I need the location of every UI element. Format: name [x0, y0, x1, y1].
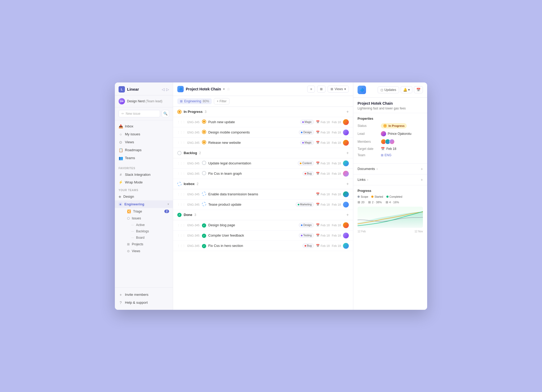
triage-badge: 2	[164, 210, 169, 213]
teams-label: YOUR TEAMS	[115, 186, 173, 193]
sidebar-item-slack-integration[interactable]: # Slack Integration	[115, 171, 173, 178]
sidebar-item-backlogs[interactable]: Backlogs	[128, 228, 173, 234]
notification-button[interactable]: 🔔 ▾	[401, 86, 412, 93]
sidebar-item-design[interactable]: ◈ Design	[115, 193, 173, 200]
invite-members-button[interactable]: + Invite members	[115, 291, 173, 299]
sidebar-item-views-eng[interactable]: ⊙ Views	[123, 248, 173, 255]
engineering-filter[interactable]: ⊞ Engineering 80%	[177, 98, 212, 104]
issue-tags: Testing	[299, 233, 314, 238]
issue-title: Update legal documentation	[208, 161, 298, 165]
status-icon	[202, 192, 206, 197]
nav-history-icons: ◁ ▷	[162, 87, 169, 91]
group-name: Icebox	[184, 182, 195, 186]
sidebar-item-projects[interactable]: ⊞ Projects	[123, 241, 173, 248]
avatar	[343, 191, 349, 197]
table-row[interactable]: ⋮⋮⋮ ENG-345 Design mobile components Des…	[173, 127, 353, 138]
table-row[interactable]: ⋮⋮⋮ ENG-345 ✓ Compile User feedback Test…	[173, 230, 353, 241]
sidebar-item-inbox[interactable]: 📥 Inbox	[115, 122, 173, 130]
grid-view-button[interactable]: ⊞	[317, 86, 326, 93]
chart-area-fill	[358, 211, 423, 228]
nav-forward-icon[interactable]: ▷	[166, 87, 169, 91]
issue-id: ENG-345	[187, 193, 202, 196]
search-button[interactable]: 🔍	[162, 110, 169, 117]
add-done-button[interactable]: +	[346, 213, 349, 217]
right-panel-header: 🔷 ◻ Updates 🔔 ▾ 📅	[353, 82, 427, 98]
views-button[interactable]: ⊞ Views ▾	[328, 86, 349, 93]
drag-handle-icon: ⋮⋮⋮	[177, 121, 185, 123]
links-row[interactable]: Links › +	[353, 174, 427, 185]
sidebar-item-label: Projects	[132, 242, 143, 246]
add-icebox-button[interactable]: +	[346, 182, 349, 186]
nav-back-icon[interactable]: ◁	[162, 87, 165, 91]
sidebar-item-active[interactable]: Active	[128, 222, 173, 228]
issues-list: In Progress 3 + ⋮⋮⋮ ENG-345 Push new upd…	[173, 107, 353, 310]
sidebar-item-teams[interactable]: 👥 Teams	[115, 154, 173, 162]
drag-handle-icon: ⋮⋮⋮	[177, 193, 185, 196]
sidebar-item-views[interactable]: ⊙ Views	[115, 138, 173, 146]
sidebar-bottom: + Invite members ? Help & support	[115, 287, 173, 310]
group-title: In Progress 3	[177, 110, 206, 114]
avatar: DN	[119, 98, 125, 104]
sidebar-item-wrap-mode[interactable]: ⚡ Wrap Mode	[115, 178, 173, 186]
user-info: Design Nerd (Team lead)	[127, 99, 162, 103]
add-backlog-button[interactable]: +	[346, 151, 349, 155]
table-row[interactable]: ⋮⋮⋮ ENG-345 Release new website Magic 📅F…	[173, 138, 353, 148]
members-label: Members	[358, 140, 379, 144]
group-title: Backlog 2	[177, 151, 201, 155]
sidebar-item-roadmaps[interactable]: 📋 Roadmaps	[115, 146, 173, 154]
lead-value: Prince Ojakorotu	[381, 131, 411, 136]
add-document-button[interactable]: +	[421, 167, 423, 171]
prop-status: Status In Progress	[358, 123, 423, 128]
issue-tags: Design	[299, 130, 314, 135]
table-row[interactable]: ⋮⋮⋮ ENG-345 Push new update Magic 📅Feb 1…	[173, 117, 353, 127]
filter-button[interactable]: + Filter	[214, 98, 229, 104]
main-header: 🔷 Project Hotek Chain ▾ ☆ ≡ ⊞ ⊞ Views ▾	[173, 82, 353, 96]
project-name: Project Hotek Chain	[186, 87, 221, 91]
issue-title: Fix Css in team graph	[208, 172, 302, 176]
member-avatar	[389, 139, 395, 144]
prop-team: Team ⊞ ENG	[358, 153, 423, 157]
star-button[interactable]: ☆	[227, 87, 230, 91]
invite-members-label: Invite members	[125, 293, 148, 297]
issue-date2: Feb 18	[332, 162, 341, 165]
sidebar-item-board[interactable]: Board	[128, 234, 173, 241]
user-row[interactable]: DN Design Nerd (Team lead)	[115, 95, 173, 107]
sidebar-item-triage[interactable]: 🔀 Triage 2	[123, 208, 173, 215]
group-header-backlog: Backlog 2 +	[173, 148, 353, 158]
roadmaps-icon: 📋	[119, 148, 123, 152]
issues-subnav: Active Backlogs Board	[115, 222, 173, 241]
chevron-right-icon: ›	[377, 167, 378, 171]
target-date-label: Target date	[358, 147, 379, 151]
status-icon: ✓	[202, 243, 206, 248]
table-row[interactable]: ⋮⋮⋮ ENG-345 Tease product update Marketi…	[173, 200, 353, 210]
tag: Magic	[300, 140, 314, 145]
sidebar-item-my-issues[interactable]: ○ My issues	[115, 130, 173, 138]
status-icebox-icon	[177, 182, 182, 186]
my-issues-icon: ○	[119, 132, 123, 136]
chevron-down-icon[interactable]: ▾	[223, 87, 225, 91]
tag: Testing	[299, 233, 314, 238]
documents-row[interactable]: Documents › +	[353, 164, 427, 174]
issue-tags: Magic	[300, 140, 314, 145]
team-text: ENG	[385, 153, 391, 157]
table-row[interactable]: ⋮⋮⋮ ENG-345 ✓ Design blog page Design 📅F…	[173, 220, 353, 230]
calendar-button[interactable]: 📅	[414, 86, 423, 93]
group-header-done: ✓ Done 3 +	[173, 210, 353, 220]
updates-button[interactable]: ◻ Updates	[378, 86, 399, 93]
table-row[interactable]: ⋮⋮⋮ ENG-345 Fix Css in team graph Bug 📅F…	[173, 169, 353, 179]
table-row[interactable]: ⋮⋮⋮ ENG-345 Update legal documentation C…	[173, 158, 353, 169]
links-actions: +	[421, 178, 423, 182]
tag: Bug	[302, 171, 314, 176]
sidebar-item-engineering[interactable]: ◈ Engineering ▾	[115, 200, 173, 208]
new-issue-placeholder: New issue	[126, 112, 140, 116]
sidebar-item-issues[interactable]: ⬡ Issues	[123, 215, 173, 222]
list-view-button[interactable]: ≡	[307, 86, 315, 93]
add-inprogress-button[interactable]: +	[346, 109, 349, 114]
new-issue-input[interactable]: ✏ New issue	[119, 110, 160, 117]
views-button-label: Views	[335, 87, 343, 91]
views-chevron-icon: ▾	[344, 87, 346, 91]
table-row[interactable]: ⋮⋮⋮ ENG-345 Enable data transmission bea…	[173, 189, 353, 200]
table-row[interactable]: ⋮⋮⋮ ENG-345 ✓ Fix Css in hero section Bu…	[173, 241, 353, 251]
add-link-button[interactable]: +	[421, 178, 423, 182]
help-support-button[interactable]: ? Help & support	[115, 299, 173, 307]
